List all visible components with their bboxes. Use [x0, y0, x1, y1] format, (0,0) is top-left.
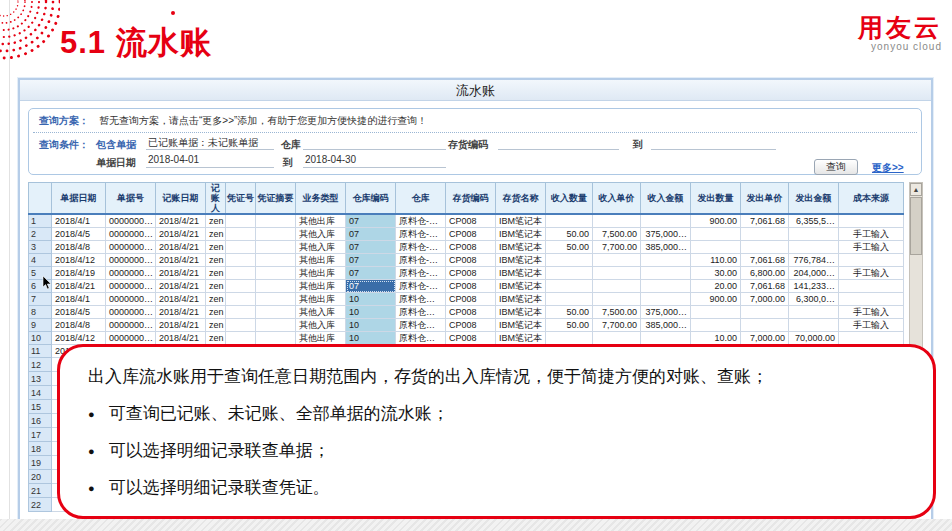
row-number[interactable]: 10 — [29, 332, 52, 345]
row-number[interactable]: 9 — [29, 319, 52, 332]
more-link[interactable]: 更多>> — [872, 161, 904, 175]
table-cell[interactable]: 0000000… — [106, 332, 156, 345]
table-cell[interactable]: 0000000… — [106, 228, 156, 241]
table-cell[interactable] — [641, 280, 691, 293]
table-cell[interactable]: CP008 — [446, 306, 496, 319]
table-cell[interactable]: IBM笔记本 — [496, 267, 546, 280]
table-cell[interactable] — [691, 319, 741, 332]
row-number[interactable]: 21 — [29, 484, 52, 498]
table-cell[interactable]: 0000000… — [106, 214, 156, 228]
table-cell[interactable]: IBM笔记本 — [496, 306, 546, 319]
table-cell[interactable] — [741, 228, 789, 241]
table-cell[interactable]: 0000000… — [106, 293, 156, 306]
table-cell[interactable]: 07 — [346, 241, 396, 254]
table-cell[interactable]: 07 — [346, 280, 396, 293]
table-cell[interactable] — [226, 228, 256, 241]
column-header[interactable]: 收入数量 — [546, 183, 593, 215]
table-cell[interactable]: 其他出库 — [296, 332, 346, 345]
table-cell[interactable]: 110.00 — [691, 254, 741, 267]
column-header[interactable]: 仓库编码 — [346, 183, 396, 215]
table-cell[interactable]: 7,700.00 — [593, 319, 641, 332]
table-cell[interactable]: 07 — [346, 214, 396, 228]
row-number[interactable]: 13 — [29, 372, 52, 386]
table-cell[interactable]: 2018/4/21 — [156, 241, 206, 254]
table-cell[interactable] — [593, 293, 641, 306]
row-number[interactable]: 20 — [29, 470, 52, 484]
table-cell[interactable]: 原料仓-… — [396, 214, 446, 228]
table-cell[interactable] — [256, 293, 296, 306]
row-number[interactable]: 14 — [29, 386, 52, 400]
column-header[interactable]: 成本来源 — [839, 183, 904, 215]
table-cell[interactable] — [641, 293, 691, 306]
table-cell[interactable] — [256, 280, 296, 293]
table-cell[interactable] — [839, 293, 904, 306]
table-cell[interactable]: 其他出库 — [296, 280, 346, 293]
table-cell[interactable] — [641, 267, 691, 280]
table-cell[interactable]: CP008 — [446, 319, 496, 332]
table-cell[interactable]: 原料仓-… — [396, 280, 446, 293]
row-number[interactable]: 2 — [29, 228, 52, 241]
table-cell[interactable]: CP008 — [446, 267, 496, 280]
table-cell[interactable] — [226, 319, 256, 332]
table-cell[interactable]: 6,300,0… — [789, 293, 839, 306]
column-header[interactable]: 单据号 — [106, 183, 156, 215]
table-cell[interactable]: 其他入库 — [296, 228, 346, 241]
table-cell[interactable]: 7,500.00 — [593, 228, 641, 241]
table-cell[interactable]: 2018/4/21 — [52, 280, 106, 293]
table-cell[interactable]: 原料仓-… — [396, 228, 446, 241]
column-header[interactable]: 业务类型 — [296, 183, 346, 215]
table-cell[interactable] — [226, 214, 256, 228]
table-cell[interactable] — [641, 254, 691, 267]
table-cell[interactable]: 7,061.68 — [741, 280, 789, 293]
table-cell[interactable]: 385,000… — [641, 319, 691, 332]
row-number[interactable]: 11 — [29, 345, 52, 358]
table-cell[interactable]: 其他入库 — [296, 241, 346, 254]
table-cell[interactable]: 原料仓-… — [396, 254, 446, 267]
table-cell[interactable]: 10.00 — [691, 332, 741, 345]
search-button[interactable]: 查询 — [814, 159, 858, 175]
table-cell[interactable]: 0000000… — [106, 254, 156, 267]
table-cell[interactable] — [226, 254, 256, 267]
table-cell[interactable] — [593, 254, 641, 267]
table-cell[interactable]: 原料仓… — [396, 319, 446, 332]
table-cell[interactable] — [546, 280, 593, 293]
table-cell[interactable]: CP008 — [446, 214, 496, 228]
table-cell[interactable]: CP008 — [446, 228, 496, 241]
table-cell[interactable]: 776,784… — [789, 254, 839, 267]
table-cell[interactable]: 2018/4/21 — [156, 319, 206, 332]
table-cell[interactable]: CP008 — [446, 293, 496, 306]
table-cell[interactable] — [546, 214, 593, 228]
table-cell[interactable] — [839, 214, 904, 228]
table-cell[interactable]: 2018/4/5 — [52, 306, 106, 319]
scrollbar-thumb[interactable] — [910, 197, 922, 255]
table-cell[interactable] — [789, 306, 839, 319]
table-cell[interactable]: 900.00 — [691, 293, 741, 306]
table-cell[interactable]: 0000000… — [106, 241, 156, 254]
column-header[interactable]: 发出金额 — [789, 183, 839, 215]
table-cell[interactable] — [641, 332, 691, 345]
column-header[interactable]: 凭证摘要 — [256, 183, 296, 215]
table-cell[interactable]: CP008 — [446, 332, 496, 345]
table-cell[interactable] — [256, 319, 296, 332]
table-cell[interactable] — [226, 332, 256, 345]
table-cell[interactable]: 6,355,5… — [789, 214, 839, 228]
table-cell[interactable]: 2018/4/12 — [52, 254, 106, 267]
table-cell[interactable] — [226, 293, 256, 306]
table-cell[interactable]: zen — [206, 332, 226, 345]
table-cell[interactable]: 70,000.00 — [789, 332, 839, 345]
table-cell[interactable]: 7,700.00 — [593, 241, 641, 254]
row-number[interactable]: 19 — [29, 456, 52, 470]
column-header[interactable]: 记账人 — [206, 183, 226, 215]
table-cell[interactable]: 原料仓-… — [396, 241, 446, 254]
row-number[interactable]: 18 — [29, 442, 52, 456]
column-header[interactable]: 存货名称 — [496, 183, 546, 215]
table-cell[interactable] — [741, 319, 789, 332]
table-cell[interactable] — [226, 241, 256, 254]
table-cell[interactable] — [593, 267, 641, 280]
table-cell[interactable]: 10 — [346, 319, 396, 332]
table-cell[interactable] — [789, 319, 839, 332]
table-cell[interactable]: 0000000… — [106, 267, 156, 280]
table-cell[interactable]: 原料仓… — [396, 332, 446, 345]
column-header[interactable]: 记账日期 — [156, 183, 206, 215]
table-cell[interactable]: 其他入库 — [296, 319, 346, 332]
